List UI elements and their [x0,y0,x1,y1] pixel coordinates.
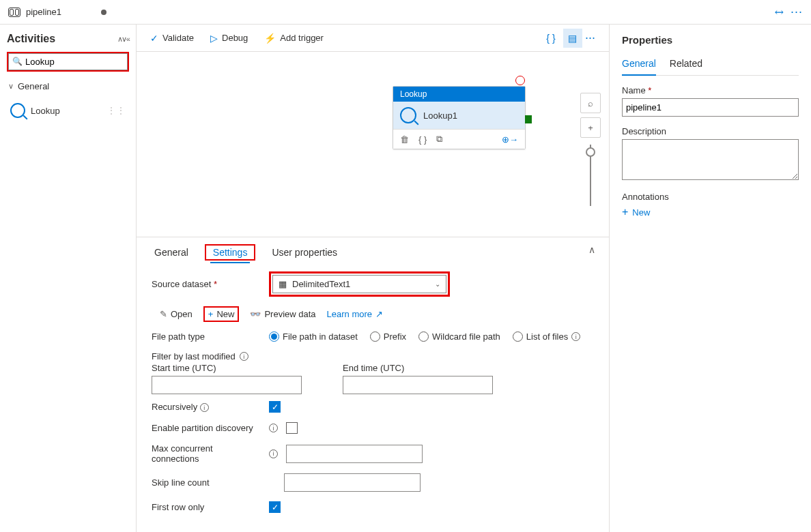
zoom-slider[interactable] [590,145,591,206]
properties-heading: Properties [622,34,799,46]
source-dataset-dropdown[interactable]: ▦ DelimitedText1 ⌄ [272,275,446,293]
lookup-icon [10,103,25,118]
plus-icon: + [208,309,214,319]
start-time-input[interactable] [152,376,302,394]
tab-settings[interactable]: Settings [210,243,251,263]
zoom-slider-thumb[interactable] [586,147,595,157]
delete-icon[interactable]: 🗑 [400,134,409,145]
tab-general[interactable]: General [152,243,191,262]
json-view-button[interactable]: { } [541,29,560,48]
recursively-checkbox[interactable]: ✓ [269,401,281,413]
pipeline-icon [8,8,20,17]
plus-icon: + [622,206,628,218]
description-field-label: Description [622,126,799,136]
first-row-only-label: First row only [152,502,261,512]
general-category[interactable]: ∨ General [7,77,129,95]
drag-handle-icon: ⋮⋮ [106,105,126,116]
source-dataset-label: Source dataset * [152,279,261,289]
activity-type-label: Lookup [393,87,525,102]
toolbar-more-icon[interactable]: ··· [585,31,595,45]
tab-user-properties[interactable]: User properties [269,243,340,262]
collapse-sidebar-icon[interactable]: ∧∨ « [117,35,129,44]
properties-toggle-button[interactable]: ▤ [563,29,582,48]
properties-tab-general[interactable]: General [622,55,656,76]
zoom-in-button[interactable]: + [580,117,601,138]
code-icon[interactable]: { } [418,134,427,145]
filter-by-modified-label: Filter by last modified [152,351,236,361]
activity-lookup-label: Lookup [31,106,60,116]
skip-line-count-label: Skip line count [152,477,261,488]
zoom-fit-button[interactable]: ⌕ [580,93,601,113]
new-dataset-button[interactable]: +New [208,309,235,319]
activity-name: Lookup1 [423,110,457,121]
validation-marker-icon [515,76,525,85]
pipeline-tab[interactable]: pipeline1 [8,7,106,17]
max-concurrent-input[interactable] [286,445,423,463]
annotations-label: Annotations [622,192,799,202]
preview-icon: 👓 [250,309,261,319]
edit-icon: ✎ [160,309,167,319]
debug-button[interactable]: ▷Debug [210,33,248,44]
add-annotation-button[interactable]: +New [622,206,799,218]
properties-panel: Properties General Related Name * Descri… [609,25,811,532]
add-trigger-button[interactable]: ⚡Add trigger [264,33,324,44]
trigger-icon: ⚡ [264,33,276,44]
activities-sidebar: Activities ∧∨ « 🔍 ∨ General Lookup ⋮⋮ [0,25,137,532]
info-icon[interactable]: i [240,352,248,361]
dataset-selected-value: DelimitedText1 [292,279,350,289]
skip-line-count-input[interactable] [284,473,421,492]
copy-icon[interactable]: ⧉ [436,134,442,145]
expand-icon[interactable]: ⤢ [771,4,787,20]
radio-list-of-files[interactable]: List of files i [513,331,580,342]
search-icon: 🔍 [12,57,23,66]
pipeline-toolbar: ✓Validate ▷Debug ⚡Add trigger { } ▤ ··· [137,25,609,52]
end-time-input[interactable] [343,376,493,394]
properties-tab-related[interactable]: Related [670,55,702,75]
expand-activity-icon[interactable]: ⊕→ [502,134,518,145]
pipeline-description-input[interactable] [622,139,799,180]
general-category-label: General [18,81,49,91]
chevron-down-icon: ⌄ [435,280,440,288]
success-connector[interactable] [525,115,532,123]
check-icon: ✓ [150,33,158,44]
activities-heading: Activities [7,33,55,45]
info-icon[interactable]: i [269,449,278,458]
info-icon[interactable]: i [269,424,278,432]
editor-tab-bar: pipeline1 ⤢ ··· [0,0,811,25]
radio-prefix[interactable]: Prefix [370,331,406,342]
file-path-type-label: File path type [152,331,261,342]
max-concurrent-label: Max concurrent connections [152,443,261,464]
pipeline-tab-title: pipeline1 [26,7,61,17]
recursively-label: Recursively i [152,402,261,413]
radio-wildcard[interactable]: Wildcard file path [418,331,500,342]
activity-lookup[interactable]: Lookup ⋮⋮ [7,98,129,123]
name-field-label: Name * [622,85,799,95]
validate-button[interactable]: ✓Validate [150,33,194,44]
activities-search-input[interactable] [8,53,128,70]
collapse-panel-icon[interactable]: ∧ [588,244,595,255]
first-row-only-checkbox[interactable]: ✓ [269,501,281,513]
end-time-label: End time (UTC) [343,363,493,373]
play-icon: ▷ [210,33,218,44]
learn-more-link[interactable]: Learn more ↗ [327,309,383,319]
enable-partition-label: Enable partition discovery [152,423,261,433]
open-dataset-button[interactable]: ✎Open [160,309,193,319]
lookup-activity-node[interactable]: Lookup Lookup1 🗑 { } ⧉ ⊕→ [393,86,526,149]
external-link-icon: ↗ [375,309,383,319]
preview-data-button[interactable]: 👓Preview data [250,309,315,319]
radio-file-path-in-dataset[interactable]: File path in dataset [269,331,358,342]
dataset-icon: ▦ [279,279,287,289]
more-icon[interactable]: ··· [791,5,803,19]
info-icon[interactable]: i [200,403,209,412]
chevron-down-icon: ∨ [8,82,14,91]
info-icon[interactable]: i [571,332,580,341]
enable-partition-checkbox[interactable] [286,422,298,434]
pipeline-canvas[interactable]: Lookup Lookup1 🗑 { } ⧉ ⊕→ ⌕ + [137,52,609,237]
unsaved-indicator [101,10,106,15]
lookup-icon [400,107,416,123]
pipeline-name-input[interactable] [622,98,799,117]
activity-settings-panel: General Settings User properties ∧ Sourc… [137,237,609,532]
start-time-label: Start time (UTC) [152,363,302,373]
